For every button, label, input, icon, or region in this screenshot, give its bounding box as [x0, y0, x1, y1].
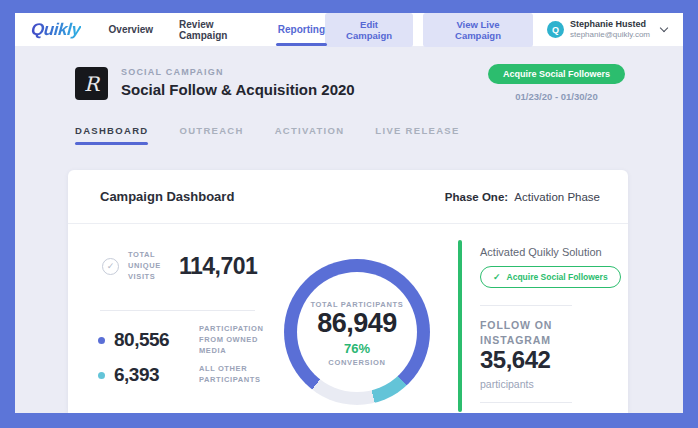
instagram-participants-unit: participants — [480, 378, 534, 390]
donut-center: TOTAL PARTICIPANTS 86,949 76% CONVERSION — [284, 259, 430, 405]
phase-value: Activation Phase — [514, 191, 600, 203]
owned-media-stat: 80,556 PARTICIPATION FROM OWNED MEDIA — [98, 324, 271, 357]
total-unique-visits-stat: ✓ TOTAL UNIQUE VISITS 114,701 — [102, 250, 257, 283]
check-icon: ✓ — [493, 272, 501, 282]
dashboard-card-header: Campaign Dashboard Phase One: Activation… — [68, 170, 628, 224]
conversion-label: CONVERSION — [328, 358, 385, 367]
solution-badge-label: Acquire Social Followers — [507, 272, 608, 282]
visits-label: TOTAL UNIQUE VISITS — [128, 250, 170, 283]
dashboard-card: Campaign Dashboard Phase One: Activation… — [68, 170, 628, 413]
panel-divider — [480, 402, 572, 403]
nav-item-reporting[interactable]: Reporting — [278, 13, 325, 46]
campaign-titles: SOCIAL CAMPAIGN Social Follow & Acquisit… — [121, 67, 355, 98]
conversion-value: 76% — [344, 341, 370, 356]
campaign-type-label: SOCIAL CAMPAIGN — [121, 67, 355, 77]
all-other-stat: 6,393 ALL OTHER PARTICIPANTS — [98, 364, 271, 386]
card-title: Campaign Dashboard — [100, 189, 234, 204]
dashboard-card-body: ✓ TOTAL UNIQUE VISITS 114,701 80,556 PAR… — [68, 224, 628, 412]
solution-accent-stripe — [458, 240, 462, 412]
participants-donut-chart: TOTAL PARTICIPANTS 86,949 76% CONVERSION — [284, 259, 430, 405]
check-circle-icon: ✓ — [102, 258, 119, 275]
tab-activation[interactable]: ACTIVATION — [275, 125, 345, 145]
activated-solution-heading: Activated Quikly Solution — [480, 246, 602, 258]
campaign-date-range: 01/23/20 - 01/30/20 — [515, 91, 597, 102]
quikly-logo[interactable]: Quikly — [30, 20, 81, 40]
campaign-identity: R SOCIAL CAMPAIGN Social Follow & Acquis… — [75, 67, 355, 100]
tab-live-release[interactable]: LIVE RELEASE — [375, 125, 459, 145]
user-info: Stephanie Husted stephanie@quikly.com — [570, 19, 650, 40]
acquire-social-followers-button[interactable]: Acquire Social Followers — [488, 64, 625, 84]
campaign-header: R SOCIAL CAMPAIGN Social Follow & Acquis… — [75, 67, 625, 102]
phase-label: Phase One: — [445, 191, 508, 203]
instagram-heading: FOLLOW ON INSTAGRAM — [480, 318, 584, 348]
avatar: Q — [547, 21, 564, 38]
tab-outreach[interactable]: OUTREACH — [179, 125, 243, 145]
chevron-down-icon[interactable] — [660, 24, 668, 32]
top-nav-bar: Quikly Overview Review Campaign Reportin… — [15, 13, 683, 46]
section-tabs: DASHBOARD OUTREACH ACTIVATION LIVE RELEA… — [75, 125, 460, 145]
campaign-title: Social Follow & Acquisition 2020 — [121, 81, 355, 98]
tab-dashboard[interactable]: DASHBOARD — [75, 125, 148, 145]
topbar-actions: Edit Campaign View Live Campaign Q Steph… — [325, 13, 667, 47]
edit-campaign-button[interactable]: Edit Campaign — [325, 13, 413, 47]
all-other-bullet-icon — [98, 372, 105, 379]
donut-value: 86,949 — [317, 309, 397, 339]
owned-media-label: PARTICIPATION FROM OWNED MEDIA — [199, 324, 271, 357]
instagram-participants-value: 35,642 — [480, 346, 550, 374]
panel-divider — [480, 305, 572, 306]
nav-item-overview[interactable]: Overview — [109, 13, 153, 46]
browser-frame: Quikly Overview Review Campaign Reportin… — [0, 0, 698, 428]
all-other-value: 6,393 — [114, 364, 190, 386]
visits-value: 114,701 — [179, 253, 257, 280]
nav-item-review-campaign[interactable]: Review Campaign — [179, 13, 252, 46]
app-window: Quikly Overview Review Campaign Reportin… — [15, 13, 683, 413]
solution-badge[interactable]: ✓ Acquire Social Followers — [480, 266, 621, 288]
view-live-campaign-button[interactable]: View Live Campaign — [423, 13, 533, 47]
stats-divider — [100, 310, 255, 311]
user-menu[interactable]: Q Stephanie Husted stephanie@quikly.com — [547, 19, 667, 40]
all-other-label: ALL OTHER PARTICIPANTS — [199, 364, 271, 386]
owned-media-value: 80,556 — [114, 329, 190, 351]
main-nav: Overview Review Campaign Reporting — [109, 13, 325, 46]
phase-indicator: Phase One: Activation Phase — [445, 191, 600, 203]
campaign-thumbnail-monogram: R — [75, 67, 108, 100]
user-name: Stephanie Husted — [570, 19, 650, 30]
campaign-meta: Acquire Social Followers 01/23/20 - 01/3… — [488, 64, 625, 102]
user-email: stephanie@quikly.com — [570, 30, 650, 40]
owned-media-bullet-icon — [98, 337, 105, 344]
